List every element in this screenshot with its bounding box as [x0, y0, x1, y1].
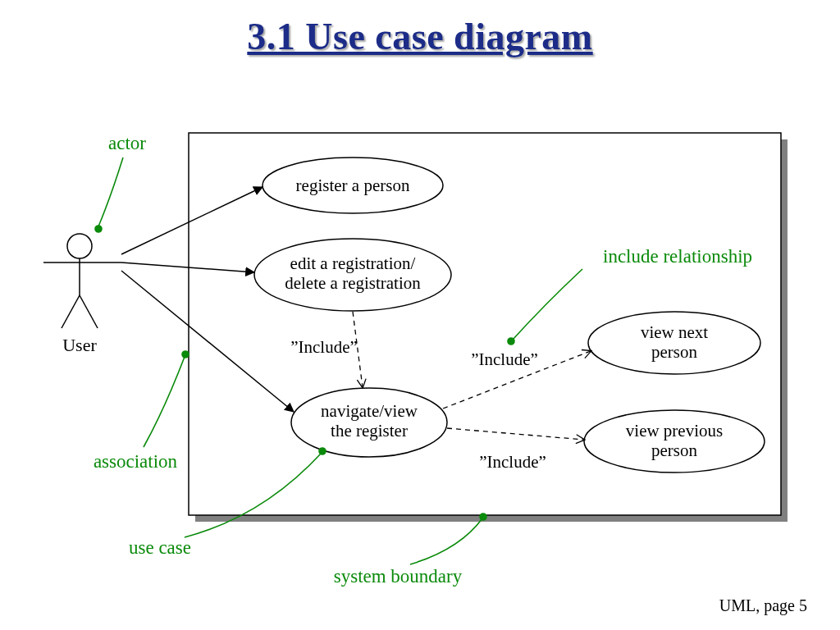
annotation-association: association	[94, 451, 178, 472]
usecase-register: register a person	[262, 158, 443, 213]
actor-label: User	[62, 335, 97, 355]
include-label: ”Include”	[479, 452, 546, 472]
usecase-view-next: view next person	[588, 312, 760, 374]
annotation-usecase: use case	[129, 537, 191, 558]
callout-dot	[95, 226, 102, 232]
usecase-label-line2: person	[651, 441, 697, 460]
annotation-include: include relationship	[603, 246, 752, 267]
callout-curve	[410, 518, 482, 564]
svg-point-2	[67, 234, 92, 258]
usecase-navigate: navigate/view the register	[291, 388, 447, 457]
usecase-view-previous: view previous person	[584, 410, 765, 472]
usecase-label-line1: view next	[641, 322, 708, 342]
callout-dot	[319, 448, 326, 454]
usecase-label-line2: the register	[331, 421, 408, 441]
page-footer: UML, page 5	[719, 596, 807, 615]
annotation-actor: actor	[108, 133, 146, 153]
callout-curve	[98, 158, 123, 226]
usecase-edit-delete: edit a registration/ delete a registrati…	[254, 239, 451, 311]
callout-dot	[480, 514, 486, 520]
callout-dot	[508, 338, 514, 345]
diagram-canvas: User register a person edit a registrati…	[0, 0, 840, 630]
include-label: ”Include”	[290, 337, 358, 357]
annotation-boundary: system boundary	[334, 566, 463, 587]
usecase-label-line1: edit a registration/	[290, 253, 416, 273]
usecase-label-line1: navigate/view	[321, 401, 418, 421]
usecase-label-line2: delete a registration	[285, 273, 421, 293]
svg-line-5	[62, 295, 80, 328]
usecase-label-line1: view previous	[626, 421, 723, 441]
actor: User	[43, 234, 121, 355]
svg-line-6	[80, 295, 98, 328]
callout-dot	[182, 351, 189, 358]
callout-curve	[144, 357, 185, 447]
include-label: ”Include”	[471, 349, 538, 369]
usecase-label-line2: person	[651, 342, 697, 362]
usecase-label: register a person	[296, 176, 410, 195]
